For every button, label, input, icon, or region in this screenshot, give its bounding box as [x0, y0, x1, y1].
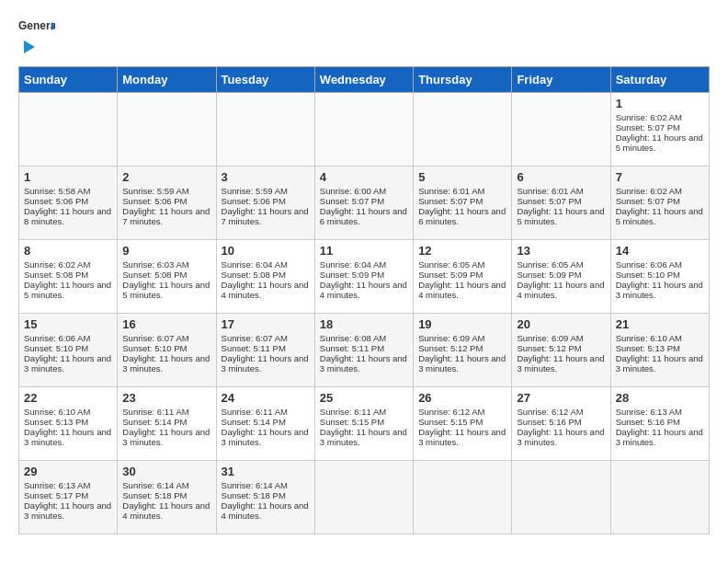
daylight-text: Daylight: 11 hours and 5 minutes.	[24, 280, 112, 300]
sunset-text: Sunset: 5:16 PM	[517, 417, 605, 427]
day-number: 26	[418, 391, 506, 405]
daylight-text: Daylight: 11 hours and 6 minutes.	[418, 206, 506, 226]
sunrise-text: Sunrise: 6:02 AM	[616, 112, 704, 122]
daylight-text: Daylight: 11 hours and 3 minutes.	[616, 280, 704, 300]
sunrise-text: Sunrise: 6:07 AM	[122, 333, 210, 343]
calendar-cell	[610, 461, 709, 534]
calendar-cell: 18Sunrise: 6:08 AMSunset: 5:11 PMDayligh…	[314, 314, 413, 387]
day-number: 13	[517, 244, 605, 258]
day-number: 1	[24, 170, 112, 184]
daylight-text: Daylight: 11 hours and 3 minutes.	[222, 353, 310, 373]
sunset-text: Sunset: 5:18 PM	[222, 490, 310, 500]
col-header-sunday: Sunday	[19, 67, 118, 93]
sunrise-text: Sunrise: 6:02 AM	[24, 259, 112, 270]
calendar-table: SundayMondayTuesdayWednesdayThursdayFrid…	[18, 66, 710, 534]
sunrise-text: Sunrise: 6:09 AM	[517, 333, 605, 343]
daylight-text: Daylight: 11 hours and 7 minutes.	[122, 206, 210, 226]
day-number: 16	[122, 317, 210, 331]
calendar-cell: 9Sunrise: 6:03 AMSunset: 5:08 PMDaylight…	[118, 240, 216, 314]
week-row-5: 22Sunrise: 6:10 AMSunset: 5:13 PMDayligh…	[19, 387, 710, 461]
calendar-cell: 3Sunrise: 5:59 AMSunset: 5:06 PMDaylight…	[216, 167, 314, 240]
sunset-text: Sunset: 5:08 PM	[222, 270, 310, 280]
sunset-text: Sunset: 5:10 PM	[122, 343, 210, 353]
daylight-text: Daylight: 11 hours and 8 minutes.	[24, 206, 112, 226]
day-number: 8	[24, 244, 112, 258]
calendar-cell: 12Sunrise: 6:05 AMSunset: 5:09 PMDayligh…	[414, 240, 512, 314]
day-number: 10	[222, 244, 310, 258]
day-number: 24	[222, 391, 310, 405]
day-number: 14	[616, 244, 704, 258]
sunset-text: Sunset: 5:07 PM	[517, 196, 605, 206]
day-number: 22	[24, 391, 112, 405]
sunset-text: Sunset: 5:15 PM	[418, 417, 506, 427]
calendar-cell: 28Sunrise: 6:13 AMSunset: 5:16 PMDayligh…	[610, 387, 709, 461]
col-header-wednesday: Wednesday	[314, 67, 413, 93]
day-number: 1	[616, 97, 704, 110]
sunset-text: Sunset: 5:08 PM	[24, 270, 112, 280]
week-row-2: 1Sunrise: 5:58 AMSunset: 5:06 PMDaylight…	[19, 167, 710, 240]
sunset-text: Sunset: 5:18 PM	[122, 490, 210, 500]
sunrise-text: Sunrise: 5:59 AM	[122, 186, 210, 196]
sunset-text: Sunset: 5:11 PM	[222, 343, 310, 353]
day-number: 9	[122, 244, 210, 258]
daylight-text: Daylight: 11 hours and 3 minutes.	[122, 427, 210, 447]
calendar-cell: 17Sunrise: 6:07 AMSunset: 5:11 PMDayligh…	[216, 314, 314, 387]
sunrise-text: Sunrise: 6:14 AM	[122, 480, 210, 490]
day-number: 29	[24, 465, 112, 478]
sunrise-text: Sunrise: 6:12 AM	[517, 407, 605, 417]
day-number: 19	[418, 317, 506, 331]
daylight-text: Daylight: 11 hours and 3 minutes.	[616, 427, 704, 447]
calendar-cell: 14Sunrise: 6:06 AMSunset: 5:10 PMDayligh…	[610, 240, 709, 314]
svg-text:General: General	[18, 19, 55, 32]
sunrise-text: Sunrise: 6:11 AM	[122, 407, 210, 417]
calendar-cell	[414, 461, 512, 534]
sunset-text: Sunset: 5:13 PM	[616, 343, 704, 353]
daylight-text: Daylight: 11 hours and 3 minutes.	[24, 500, 112, 521]
daylight-text: Daylight: 11 hours and 4 minutes.	[320, 280, 408, 300]
sunset-text: Sunset: 5:13 PM	[24, 417, 112, 427]
day-number: 17	[222, 317, 310, 331]
sunset-text: Sunset: 5:07 PM	[320, 196, 408, 206]
calendar-cell: 23Sunrise: 6:11 AMSunset: 5:14 PMDayligh…	[118, 387, 216, 461]
sunrise-text: Sunrise: 6:05 AM	[517, 259, 605, 270]
daylight-text: Daylight: 11 hours and 3 minutes.	[320, 353, 408, 373]
daylight-text: Daylight: 11 hours and 4 minutes.	[222, 280, 310, 300]
calendar-cell: 1Sunrise: 5:58 AMSunset: 5:06 PMDaylight…	[19, 167, 118, 240]
calendar-cell: 31Sunrise: 6:14 AMSunset: 5:18 PMDayligh…	[216, 461, 314, 534]
calendar-cell: 8Sunrise: 6:02 AMSunset: 5:08 PMDaylight…	[19, 240, 118, 314]
calendar-cell: 5Sunrise: 6:01 AMSunset: 5:07 PMDaylight…	[414, 167, 512, 240]
sunset-text: Sunset: 5:16 PM	[616, 417, 704, 427]
daylight-text: Daylight: 11 hours and 7 minutes.	[222, 206, 310, 226]
sunrise-text: Sunrise: 6:03 AM	[122, 259, 210, 270]
day-number: 11	[320, 244, 408, 258]
day-number: 15	[24, 317, 112, 331]
calendar-cell	[314, 461, 413, 534]
col-header-thursday: Thursday	[414, 67, 512, 93]
day-number: 12	[418, 244, 506, 258]
header-row: SundayMondayTuesdayWednesdayThursdayFrid…	[19, 67, 710, 93]
col-header-saturday: Saturday	[610, 67, 709, 93]
sunset-text: Sunset: 5:09 PM	[517, 270, 605, 280]
calendar-cell	[512, 461, 610, 534]
sunrise-text: Sunrise: 6:00 AM	[320, 186, 408, 196]
calendar-cell	[512, 93, 610, 167]
day-number: 5	[418, 170, 506, 184]
day-number: 31	[222, 465, 310, 478]
day-number: 28	[616, 391, 704, 405]
calendar-cell: 25Sunrise: 6:11 AMSunset: 5:15 PMDayligh…	[314, 387, 413, 461]
daylight-text: Daylight: 11 hours and 4 minutes.	[222, 500, 310, 521]
daylight-text: Daylight: 11 hours and 3 minutes.	[418, 353, 506, 373]
sunrise-text: Sunrise: 6:10 AM	[616, 333, 704, 343]
sunrise-text: Sunrise: 6:02 AM	[616, 186, 704, 196]
calendar-cell: 27Sunrise: 6:12 AMSunset: 5:16 PMDayligh…	[512, 387, 610, 461]
calendar-cell: 1Sunrise: 6:02 AMSunset: 5:07 PMDaylight…	[610, 93, 709, 167]
daylight-text: Daylight: 11 hours and 5 minutes.	[616, 206, 704, 226]
calendar-cell: 7Sunrise: 6:02 AMSunset: 5:07 PMDaylight…	[610, 167, 709, 240]
daylight-text: Daylight: 11 hours and 3 minutes.	[616, 353, 704, 373]
sunset-text: Sunset: 5:15 PM	[320, 417, 408, 427]
sunset-text: Sunset: 5:06 PM	[222, 196, 310, 206]
page-header: General	[18, 18, 710, 57]
calendar-cell: 21Sunrise: 6:10 AMSunset: 5:13 PMDayligh…	[610, 314, 709, 387]
sunrise-text: Sunrise: 6:01 AM	[517, 186, 605, 196]
calendar-cell: 22Sunrise: 6:10 AMSunset: 5:13 PMDayligh…	[19, 387, 118, 461]
